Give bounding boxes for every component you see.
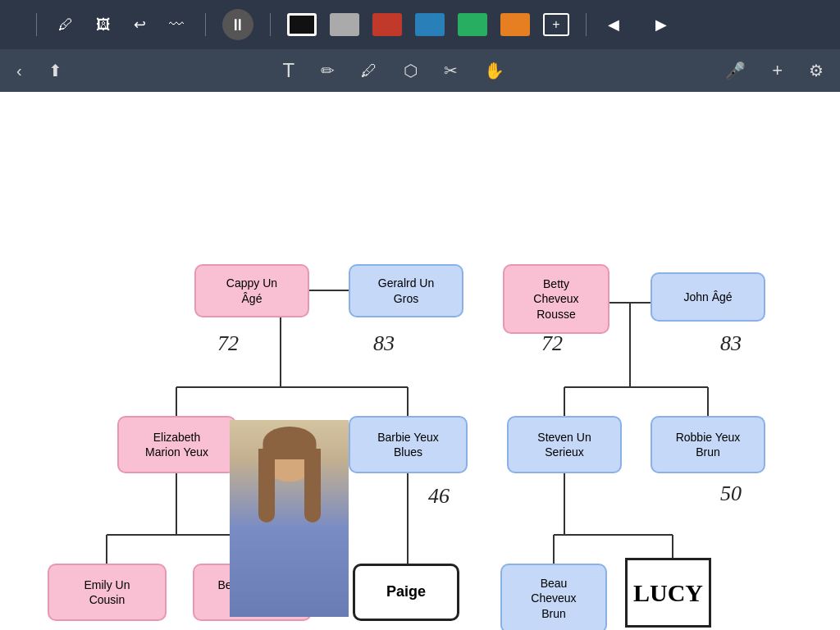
- color-blue[interactable]: [415, 13, 445, 36]
- color-green[interactable]: [458, 13, 487, 36]
- add-color-button[interactable]: +: [543, 13, 569, 36]
- age-betty: 72: [541, 331, 563, 356]
- separator: [36, 13, 37, 36]
- undo-button[interactable]: ↩: [129, 12, 151, 37]
- node-geralrd[interactable]: Geralrd UnGros: [349, 264, 463, 317]
- pause-button[interactable]: ⏸: [222, 9, 253, 40]
- font-button[interactable]: [10, 21, 20, 28]
- age-geralrd: 83: [373, 331, 395, 356]
- age-barbie: 46: [428, 484, 450, 509]
- wave-button[interactable]: 〰: [164, 13, 189, 37]
- highlighter-button[interactable]: 🖊: [356, 58, 382, 84]
- microphone-button[interactable]: 🎤: [720, 57, 751, 84]
- add-button[interactable]: +: [767, 57, 788, 84]
- node-barbie[interactable]: Barbie YeuxBlues: [349, 416, 468, 473]
- separator4: [586, 13, 587, 36]
- color-red[interactable]: [372, 13, 402, 36]
- pan-button[interactable]: ✋: [479, 57, 509, 84]
- color-black[interactable]: [287, 13, 317, 36]
- secondary-toolbar: ‹ ⬆ T ✏ 🖊 ⬡ ✂ ✋ 🎤 + ⚙: [0, 49, 840, 92]
- color-gray[interactable]: [330, 13, 359, 36]
- node-elizabeth[interactable]: ElizabethMarion Yeux: [117, 416, 236, 473]
- age-cappy: 72: [217, 331, 239, 356]
- tree-connectors: [0, 92, 840, 630]
- node-emily[interactable]: Emily UnCousin: [48, 564, 167, 621]
- text-tool-button[interactable]: T: [278, 56, 300, 85]
- node-beau[interactable]: BeauCheveuxBrun: [500, 564, 607, 630]
- eraser-button[interactable]: ⬡: [399, 57, 422, 84]
- lucy-box[interactable]: LUCY: [625, 558, 711, 628]
- separator2: [205, 13, 206, 36]
- node-steven[interactable]: Steven UnSerieux: [507, 416, 622, 473]
- age-john: 83: [720, 331, 742, 356]
- node-john[interactable]: John Âgé: [651, 272, 765, 322]
- node-cappy[interactable]: Cappy UnÂgé: [194, 264, 309, 317]
- main-toolbar: 🖊 🖼 ↩ 〰 ⏸ + ◀ ▶: [0, 0, 840, 49]
- share-button[interactable]: ⬆: [43, 57, 67, 84]
- pen-tool-button[interactable]: 🖊: [53, 13, 78, 37]
- age-robbie: 50: [720, 482, 742, 506]
- pencil-tool-button[interactable]: ✏: [316, 57, 340, 84]
- canvas-area: Cappy UnÂgé Geralrd UnGros BettyCheveuxR…: [0, 92, 840, 630]
- image-button[interactable]: 🖼: [91, 13, 116, 37]
- node-paige[interactable]: Paige: [353, 564, 459, 621]
- person-photo: [230, 420, 349, 617]
- nav-prev-button[interactable]: ◀: [603, 12, 624, 37]
- separator3: [270, 13, 271, 36]
- node-betty[interactable]: BettyCheveuxRousse: [503, 264, 609, 334]
- scissors-button[interactable]: ✂: [439, 57, 463, 84]
- lucy-label: LUCY: [633, 579, 703, 607]
- back-button[interactable]: ‹: [11, 58, 27, 84]
- settings-button[interactable]: ⚙: [804, 57, 829, 84]
- color-orange[interactable]: [500, 13, 530, 36]
- nav-next-button[interactable]: ▶: [651, 12, 672, 37]
- node-robbie[interactable]: Robbie YeuxBrun: [651, 416, 765, 473]
